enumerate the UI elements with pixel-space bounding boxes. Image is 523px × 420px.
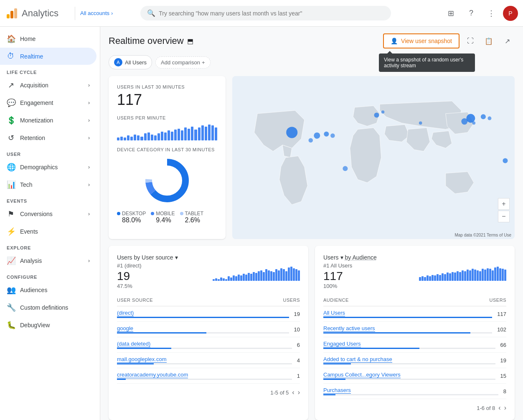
- tech-icon: 📊: [7, 180, 15, 189]
- apps-icon-button[interactable]: ⊞: [443, 5, 460, 22]
- plus-icon: +: [202, 59, 205, 66]
- sidebar-item-audiences[interactable]: 👥 Audiences: [0, 281, 96, 299]
- svg-point-17: [309, 138, 313, 143]
- row-label[interactable]: Recently active users: [323, 325, 375, 332]
- view-snapshot-button[interactable]: 👤 View user snapshot: [383, 33, 460, 48]
- spark-bar: [421, 276, 424, 281]
- spark-bar: [223, 278, 225, 281]
- main-layout: 🏠 Home ⏱ Realtime LIFE CYCLE ↗ Acquisiti…: [0, 27, 523, 420]
- row-label[interactable]: (data deleted): [117, 341, 150, 347]
- audience-dropdown-icon[interactable]: ▾: [340, 254, 343, 261]
- spark-bar: [504, 270, 506, 281]
- svg-point-13: [286, 127, 297, 138]
- map-zoom-out-button[interactable]: −: [498, 211, 510, 222]
- search-bar[interactable]: 🔍: [140, 6, 391, 20]
- top-grid: USERS IN LAST 30 MINUTES 117 USERS PER M…: [109, 76, 515, 239]
- map-panel: + − Map data ©2021 Terms of Use: [232, 76, 515, 239]
- spark-bar: [472, 269, 474, 281]
- device-donut-chart: [117, 155, 217, 206]
- bar: [211, 125, 214, 140]
- page-title: Realtime overview ⬒: [109, 36, 193, 46]
- spark-bar: [459, 272, 461, 281]
- row-label[interactable]: Added to cart & no purchase: [323, 356, 392, 363]
- bar: [208, 125, 211, 140]
- row-value: 8: [503, 388, 506, 395]
- share-button[interactable]: ↗: [500, 33, 515, 48]
- search-input[interactable]: [159, 10, 384, 17]
- lifecycle-section-label: LIFE CYCLE: [0, 65, 100, 76]
- sidebar-item-tech[interactable]: 📊 Tech ›: [0, 176, 96, 193]
- row-value: 6: [297, 342, 300, 348]
- help-icon-button[interactable]: ?: [463, 5, 480, 22]
- bar: [154, 135, 157, 140]
- sidebar-item-acquisition[interactable]: ↗ Acquisition ›: [0, 76, 96, 94]
- row-label[interactable]: google: [117, 325, 133, 332]
- sidebar-item-custom-definitions[interactable]: 🔧 Custom definitions: [0, 299, 96, 316]
- svg-point-9: [487, 117, 491, 120]
- row-label[interactable]: All Users: [323, 310, 345, 316]
- svg-point-16: [330, 133, 335, 138]
- sidebar-item-analysis[interactable]: 📈 Analysis ›: [0, 252, 96, 270]
- row-label[interactable]: (direct): [117, 310, 134, 316]
- row-label[interactable]: Engaged Users: [323, 341, 361, 347]
- row-label[interactable]: Campus Collect...egory Viewers: [323, 372, 401, 378]
- user-avatar[interactable]: P: [503, 6, 518, 21]
- legend-mobile: MOBILE 9.4%: [151, 211, 175, 224]
- more-options-button[interactable]: ⋮: [483, 5, 500, 22]
- spark-bar: [260, 270, 262, 281]
- row-label[interactable]: Purchasers: [323, 387, 351, 394]
- conversions-icon: ⚑: [7, 209, 15, 219]
- spark-bar: [295, 269, 297, 281]
- bar: [194, 130, 197, 140]
- add-comparison-button[interactable]: Add comparison +: [155, 56, 211, 69]
- svg-point-19: [343, 166, 348, 171]
- svg-point-20: [419, 122, 422, 125]
- all-users-chip[interactable]: A All Users: [109, 55, 152, 69]
- source-table-header: USER SOURCE USERS: [117, 294, 300, 306]
- sidebar-item-engagement[interactable]: 💬 Engagement ›: [0, 94, 96, 112]
- spark-bar: [449, 273, 451, 281]
- spark-bar: [285, 271, 287, 281]
- audience-next-button[interactable]: ›: [504, 404, 506, 412]
- sidebar-item-home[interactable]: 🏠 Home: [0, 30, 96, 48]
- users-30min-value: 117: [117, 91, 217, 109]
- report-icon-button[interactable]: 📋: [481, 33, 496, 48]
- map-zoom-in-button[interactable]: +: [498, 198, 510, 210]
- source-prev-button[interactable]: ‹: [292, 389, 294, 396]
- dropdown-arrow-icon[interactable]: ▾: [175, 254, 178, 261]
- sidebar-item-realtime[interactable]: ⏱ Realtime: [0, 48, 96, 65]
- sidebar-item-monetization[interactable]: 💲 Monetization ›: [0, 112, 96, 129]
- sidebar-item-demographics[interactable]: 🌐 Demographics ›: [0, 158, 96, 176]
- svg-point-14: [314, 132, 320, 139]
- fullscreen-button[interactable]: ⛶: [463, 33, 478, 48]
- row-label[interactable]: mall.googleplex.com: [117, 356, 167, 363]
- sidebar: 🏠 Home ⏱ Realtime LIFE CYCLE ↗ Acquisiti…: [0, 27, 100, 420]
- audience-rank: #1 All Users: [323, 262, 352, 269]
- sidebar-item-events[interactable]: ⚡ Events: [0, 223, 96, 240]
- bar: [164, 132, 167, 140]
- svg-rect-0: [7, 14, 10, 18]
- sidebar-item-retention[interactable]: ↺ Retention ›: [0, 129, 96, 147]
- sidebar-item-conversions[interactable]: ⚑ Conversions ›: [0, 205, 96, 223]
- audience-pct: 100%: [323, 283, 352, 289]
- export-icon[interactable]: ⬒: [187, 37, 193, 45]
- spark-bar: [268, 270, 270, 281]
- all-accounts-link[interactable]: All accounts ›: [80, 10, 113, 16]
- spark-bar: [497, 267, 499, 281]
- realtime-header: Realtime overview ⬒ 👤 View user snapshot…: [109, 33, 515, 48]
- spark-bar: [248, 273, 250, 281]
- legend-tablet: TABLET 2.6%: [180, 211, 203, 224]
- legend-desktop: DESKTOP 88.0%: [117, 211, 146, 224]
- spark-bar: [225, 279, 227, 281]
- spark-bar: [265, 269, 267, 281]
- audiences-icon: 👥: [7, 285, 15, 295]
- spark-bar: [477, 270, 479, 281]
- row-label[interactable]: creatoracademy.youtube.com: [117, 372, 188, 378]
- bar: [201, 125, 204, 140]
- source-next-button[interactable]: ›: [298, 389, 300, 396]
- spark-bar: [427, 275, 429, 281]
- audience-prev-button[interactable]: ‹: [498, 404, 500, 412]
- chevron-right-icon: ›: [88, 164, 90, 170]
- sidebar-item-debugview[interactable]: 🐛 DebugView: [0, 316, 96, 334]
- spark-bar: [489, 269, 491, 281]
